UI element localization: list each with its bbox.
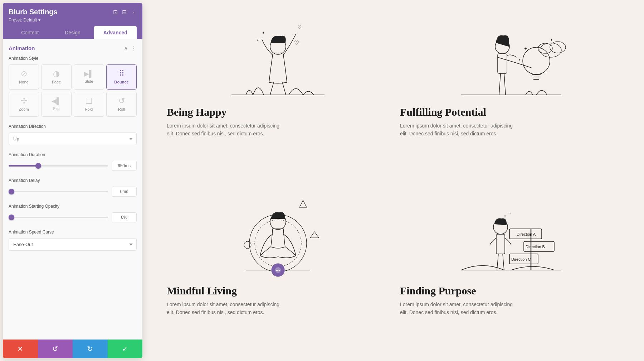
svg-point-18 xyxy=(255,220,301,266)
style-bounce[interactable]: ⠿ Bounce xyxy=(106,64,137,90)
save-button[interactable]: ✓ xyxy=(108,340,143,358)
animation-section-header: Animation ∧ ⋮ xyxy=(9,39,137,56)
card-potential-text: Lorem ipsum dolor sit amet, consectetur … xyxy=(400,122,522,138)
svg-point-10 xyxy=(523,47,550,74)
style-flip[interactable]: ◀▌ Flip xyxy=(41,92,72,117)
svg-rect-33 xyxy=(496,234,505,254)
style-none[interactable]: ⊘ None xyxy=(9,64,39,90)
svg-text:✦: ✦ xyxy=(524,46,527,51)
illustration-potential: ✦ ✦ ✦ xyxy=(400,7,623,100)
settings-panel: Blurb Settings ⊡ ⊟ ⋮ Preset: Default Con… xyxy=(3,3,142,358)
delay-thumb[interactable] xyxy=(9,189,14,194)
card-happy-text: Lorem ipsum dolor sit amet, consectetur … xyxy=(167,122,288,138)
style-grid: ⊘ None ◑ Fade ▶▌ Slide ⠿ Bounce ✢ Zoom xyxy=(9,64,137,117)
animation-style-label: Animation Style xyxy=(9,56,137,61)
panel-title-row: Blurb Settings ⊡ ⊟ ⋮ xyxy=(9,8,137,16)
delay-row: 0ms xyxy=(9,187,137,197)
roll-icon: ↺ xyxy=(118,97,125,105)
svg-point-16 xyxy=(244,241,251,249)
style-zoom[interactable]: ✢ Zoom xyxy=(9,92,39,117)
panel-title: Blurb Settings xyxy=(9,8,58,16)
collapse-icon[interactable]: ∧ xyxy=(124,45,128,52)
fold-icon: ❏ xyxy=(86,97,93,105)
opacity-label: Animation Starting Opacity xyxy=(9,204,137,209)
direction-select[interactable]: Up Down Left Right xyxy=(9,133,137,145)
svg-text:!: ! xyxy=(504,214,506,221)
svg-text:~: ~ xyxy=(508,211,511,216)
split-icon[interactable]: ⊟ xyxy=(122,9,127,15)
panel-title-icons: ⊡ ⊟ ⋮ xyxy=(113,9,137,15)
animation-delay-group: Animation Delay 0ms xyxy=(9,178,137,197)
tab-content[interactable]: Content xyxy=(9,26,51,39)
slide-label: Slide xyxy=(84,79,93,83)
svg-text:✦: ✦ xyxy=(518,58,521,62)
panel-preset[interactable]: Preset: Default xyxy=(9,18,137,23)
illustration-happy: ♡ ♡ ✦ ✦ xyxy=(167,7,389,100)
duration-input[interactable]: 650ms xyxy=(112,161,137,171)
svg-text:Direction C: Direction C xyxy=(511,257,531,261)
slide-icon: ▶▌ xyxy=(84,71,94,77)
animation-direction-group: 1 Animation Direction Up Down Left Right xyxy=(9,124,137,145)
panel-footer: ✕ ↺ ↻ ✓ xyxy=(3,340,142,358)
card-mindful-title: Mindful Living xyxy=(167,285,237,297)
svg-text:✦: ✦ xyxy=(262,31,265,35)
svg-text:✦: ✦ xyxy=(550,38,553,42)
fullscreen-icon[interactable]: ⊡ xyxy=(113,9,118,15)
style-slide[interactable]: ▶▌ Slide xyxy=(74,64,104,90)
duration-slider-container[interactable] xyxy=(9,162,108,169)
section-title: Animation xyxy=(9,45,35,51)
tab-advanced[interactable]: Advanced xyxy=(94,26,137,39)
svg-text:♡: ♡ xyxy=(294,40,299,46)
card-happy-title: Being Happy xyxy=(167,106,227,118)
tab-design[interactable]: Design xyxy=(51,26,94,39)
card-happy: ♡ ♡ ✦ ✦ Being Happy Lorem ipsum dolor si… xyxy=(167,7,389,175)
card-mindful-text: Lorem ipsum dolor sit amet, consectetur … xyxy=(167,300,288,317)
opacity-slider-container[interactable] xyxy=(9,214,108,221)
style-fade[interactable]: ◑ Fade xyxy=(41,64,72,90)
panel-tabs: Content Design Advanced xyxy=(9,26,137,39)
delay-input[interactable]: 0ms xyxy=(112,187,137,197)
bounce-icon: ⠿ xyxy=(119,70,125,78)
svg-text:Direction A: Direction A xyxy=(517,232,536,236)
style-roll[interactable]: ↺ Roll xyxy=(106,92,137,117)
none-label: None xyxy=(19,80,28,84)
opacity-thumb[interactable] xyxy=(9,215,14,220)
flip-label: Flip xyxy=(53,106,60,111)
card-purpose-title: Finding Purpose xyxy=(400,285,476,297)
zoom-icon: ✢ xyxy=(21,97,27,105)
panel-header: Blurb Settings ⊡ ⊟ ⋮ Preset: Default Con… xyxy=(3,3,142,39)
panel-body: Animation ∧ ⋮ Animation Style ⊘ None ◑ F… xyxy=(3,39,142,340)
direction-label: Animation Direction xyxy=(9,124,137,129)
more-icon[interactable]: ⋮ xyxy=(131,9,137,15)
animation-opacity-group: Animation Starting Opacity 0% xyxy=(9,204,137,222)
animation-style-group: Animation Style ⊘ None ◑ Fade ▶▌ Slide ⠿… xyxy=(9,56,137,117)
svg-point-17 xyxy=(249,215,307,272)
delay-label: Animation Delay xyxy=(9,178,137,183)
card-mindful: ••• Mindful Living Lorem ipsum dolor sit… xyxy=(167,186,389,354)
speed-curve-select[interactable]: Ease-Out Ease-In Ease-In-Out Linear Boun… xyxy=(9,238,137,251)
opacity-row: 0% xyxy=(9,212,137,222)
style-fold[interactable]: ❏ Fold xyxy=(74,92,104,117)
animation-speed-group: 3 Animation Speed Curve Ease-Out Ease-In… xyxy=(9,230,137,251)
duration-thumb[interactable] xyxy=(35,163,41,169)
svg-text:✦: ✦ xyxy=(257,39,259,42)
duration-row: 650ms xyxy=(9,161,137,171)
redo-button[interactable]: ↻ xyxy=(73,340,108,358)
illustration-purpose: Direction A Direction B Direction C ! xyxy=(400,186,623,279)
main-content: ♡ ♡ ✦ ✦ Being Happy Lorem ipsum dolor si… xyxy=(145,0,644,361)
opacity-input[interactable]: 0% xyxy=(112,212,137,222)
svg-text:Direction B: Direction B xyxy=(526,245,545,249)
none-icon: ⊘ xyxy=(21,70,27,78)
svg-text:•••: ••• xyxy=(276,268,280,273)
section-controls: ∧ ⋮ xyxy=(124,45,137,52)
delay-slider-container[interactable] xyxy=(9,188,108,195)
animation-duration-group: 2 Animation Duration 650ms xyxy=(9,152,137,171)
section-more-icon[interactable]: ⋮ xyxy=(131,45,137,52)
card-purpose: Direction A Direction B Direction C ! xyxy=(400,186,623,354)
flip-icon: ◀▌ xyxy=(52,98,61,104)
bounce-label: Bounce xyxy=(114,80,128,84)
fade-label: Fade xyxy=(52,80,61,84)
cancel-button[interactable]: ✕ xyxy=(3,340,38,358)
roll-label: Roll xyxy=(118,107,125,111)
undo-button[interactable]: ↺ xyxy=(38,340,73,358)
